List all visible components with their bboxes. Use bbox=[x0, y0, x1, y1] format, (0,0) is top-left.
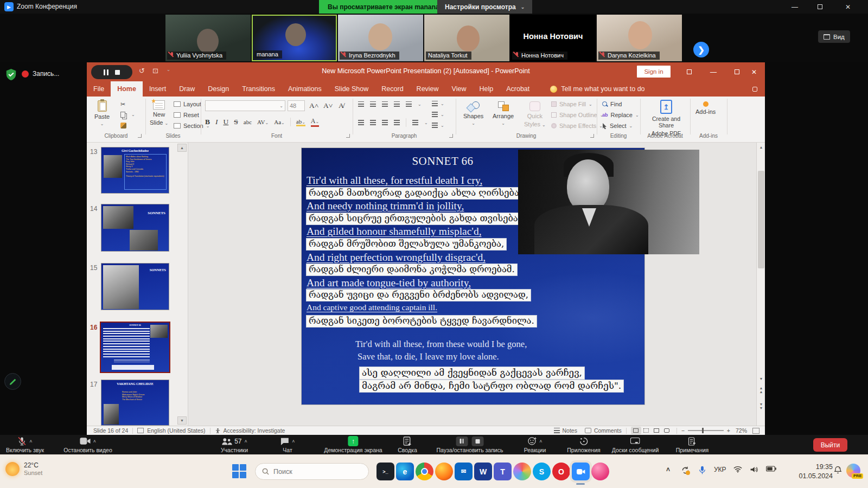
highlight-color-button[interactable]: ab⌄ bbox=[296, 118, 305, 126]
reading-view-button[interactable] bbox=[652, 427, 662, 434]
clock-widget[interactable]: 19:35 01.05.2024 bbox=[783, 463, 833, 481]
new-slide-button[interactable]: New Slide ⌄ bbox=[150, 100, 168, 126]
participant-video[interactable]: Yuliia Vyshnytska bbox=[165, 15, 251, 61]
tab-view[interactable]: View bbox=[445, 81, 473, 97]
ppt-close-button[interactable]: ✕ bbox=[743, 62, 765, 81]
hidden-icons-chevron[interactable]: ˄ bbox=[666, 466, 670, 473]
thumbnail-slide-16-current[interactable]: SONNET 66 bbox=[100, 322, 170, 373]
start-button[interactable] bbox=[232, 464, 246, 478]
paragraph-dialog-launcher[interactable] bbox=[449, 134, 453, 138]
bold-button[interactable]: B bbox=[205, 118, 210, 126]
participant-video[interactable]: Daryna Kozielkina bbox=[597, 15, 682, 61]
reactions-button[interactable]: ˄ Реакции bbox=[524, 436, 546, 453]
tab-insert[interactable]: Insert bbox=[143, 81, 173, 97]
thumbnail-slide-14[interactable]: SONNETS bbox=[101, 204, 169, 252]
slide-photo-portrait[interactable] bbox=[518, 150, 699, 254]
spellcheck-icon[interactable] bbox=[137, 428, 144, 433]
thumbnail-slide-13[interactable]: Givi Gachechiladze Much Adieu about Noth… bbox=[101, 147, 169, 194]
decrease-indent-button[interactable] bbox=[382, 101, 388, 107]
drawing-dialog-launcher[interactable] bbox=[590, 134, 594, 138]
search-input[interactable] bbox=[273, 468, 349, 476]
next-participants-button[interactable]: ❯ bbox=[693, 42, 709, 57]
decrease-font-size-button[interactable]: A˅ bbox=[323, 101, 333, 110]
weather-widget[interactable]: 22°C Sunset bbox=[5, 461, 42, 477]
paste-button[interactable]: Paste⌄ bbox=[94, 100, 110, 126]
battery-icon[interactable] bbox=[766, 466, 776, 472]
increase-font-size-button[interactable]: A˄ bbox=[309, 101, 318, 110]
change-case-button[interactable]: Aa⌄ bbox=[274, 119, 285, 125]
shapes-button[interactable]: Shapes⌄ bbox=[463, 101, 483, 126]
slide-indicator[interactable]: Slide 16 of 24 bbox=[93, 427, 128, 434]
word-icon[interactable]: W bbox=[474, 463, 492, 480]
participants-button[interactable]: 57 ˄ Участники bbox=[221, 436, 248, 453]
cut-button[interactable]: ✂ bbox=[120, 101, 125, 108]
character-spacing-button[interactable]: AV⌄ bbox=[257, 119, 269, 125]
sonnet-text-block[interactable]: Tir'd with all these, for restful death … bbox=[307, 175, 537, 328]
clipboard-dialog-launcher[interactable] bbox=[138, 134, 142, 138]
unmute-button[interactable]: ˄ Включить звук bbox=[6, 436, 44, 453]
notification-bell-icon[interactable]: z bbox=[834, 466, 842, 474]
accessibility-checker[interactable]: Accessibility: Investigate bbox=[224, 427, 285, 434]
notes-toggle[interactable]: Notes bbox=[563, 427, 577, 434]
tab-animations[interactable]: Animations bbox=[282, 81, 328, 97]
zoom-out-button[interactable]: − bbox=[681, 427, 685, 434]
convert-smartart-button[interactable]: ⌄ bbox=[432, 123, 444, 129]
maximize-button[interactable] bbox=[810, 0, 829, 14]
format-painter-button[interactable] bbox=[120, 123, 126, 129]
zoom-percentage[interactable]: 72% bbox=[736, 427, 747, 434]
annotation-pencil-tool[interactable] bbox=[4, 373, 21, 390]
create-pdf-button[interactable]: ↥ Create and Share Adobe PDF bbox=[649, 100, 684, 137]
ribbon-display-options-button[interactable] bbox=[678, 62, 700, 81]
thumbnail-slide-17[interactable]: VAKHTANG CHELIDZE Romeo and Juliet Midsu… bbox=[101, 380, 169, 426]
view-settings-button[interactable]: Настройки просмотра⌄ bbox=[437, 0, 532, 14]
terminal-icon[interactable]: >_ bbox=[376, 463, 394, 480]
text-direction-button[interactable]: ⌄ bbox=[432, 101, 444, 107]
teams-icon[interactable]: T bbox=[494, 463, 512, 480]
font-dialog-launcher[interactable] bbox=[346, 134, 350, 138]
layout-button[interactable]: Layout⌄ bbox=[174, 101, 208, 107]
align-left-button[interactable] bbox=[358, 120, 364, 126]
line-spacing-button[interactable] bbox=[406, 101, 412, 107]
photos-icon[interactable] bbox=[591, 463, 609, 480]
notes-button[interactable]: Примечания bbox=[676, 436, 709, 453]
align-text-button[interactable]: ⌄ bbox=[432, 112, 444, 118]
vertical-scrollbar[interactable]: ▲ ▼ ▲▲ ▼▼ bbox=[756, 143, 765, 426]
view-layout-button[interactable]: Вид bbox=[818, 30, 850, 43]
close-button[interactable]: ✕ bbox=[839, 0, 857, 14]
scroll-down-arrow[interactable]: ▼ bbox=[757, 375, 765, 383]
opera-icon[interactable]: O bbox=[552, 463, 570, 480]
arrange-button[interactable]: Arrange⌄ bbox=[493, 101, 514, 126]
skype-icon[interactable]: S bbox=[533, 463, 551, 480]
chat-chevron[interactable]: ˄ bbox=[292, 439, 295, 444]
wifi-icon[interactable] bbox=[733, 466, 742, 473]
comments-toggle[interactable]: Comments bbox=[594, 427, 622, 434]
keyboard-language[interactable]: УКР bbox=[714, 466, 726, 473]
section-button[interactable]: Section⌄ bbox=[174, 123, 209, 129]
thumbnails-scroll-up[interactable]: ▲ bbox=[177, 144, 187, 152]
tab-acrobat[interactable]: Acrobat bbox=[500, 81, 536, 97]
participant-video[interactable]: Iryna Bezrodnykh bbox=[338, 15, 423, 61]
font-size-combo[interactable] bbox=[288, 100, 305, 111]
feedback-icon[interactable] bbox=[752, 81, 765, 97]
next-slide-button[interactable]: ▼▼ bbox=[757, 402, 765, 410]
sonnet-couplet[interactable]: Tir'd with all these, from these would I… bbox=[355, 338, 527, 363]
shape-outline-button[interactable]: Shape Outline⌄ bbox=[551, 112, 603, 118]
italic-button[interactable]: I bbox=[215, 118, 218, 126]
browser-ball-icon[interactable] bbox=[513, 463, 531, 480]
columns-button[interactable] bbox=[412, 120, 418, 126]
scroll-up-arrow[interactable]: ▲ bbox=[757, 143, 765, 151]
select-button[interactable]: Select⌄ bbox=[602, 123, 633, 129]
slide-canvas[interactable]: SONNET 66 Tir'd with all these, for rest… bbox=[302, 148, 644, 404]
font-color-button[interactable]: A⌄ bbox=[311, 117, 319, 127]
copy-button[interactable]: ⌄ bbox=[120, 112, 135, 118]
thumbnails-scroll-down[interactable]: ▼ bbox=[177, 416, 187, 425]
edge-icon[interactable]: e bbox=[396, 463, 414, 480]
font-name-combo[interactable]: ⌄ bbox=[205, 100, 285, 111]
underline-button[interactable]: U bbox=[224, 118, 229, 126]
reactions-chevron[interactable]: ˄ bbox=[539, 439, 542, 444]
tab-transitions[interactable]: Transitions bbox=[235, 81, 282, 97]
georgian-couplet[interactable]: ასე დაღლილი ამ ქვეყნიდან გაქცევას ვარჩევ… bbox=[360, 367, 623, 392]
volume-icon[interactable] bbox=[750, 466, 758, 473]
tab-file[interactable]: File bbox=[87, 81, 111, 97]
stop-video-button[interactable]: ˄ Остановить видео bbox=[63, 436, 112, 453]
